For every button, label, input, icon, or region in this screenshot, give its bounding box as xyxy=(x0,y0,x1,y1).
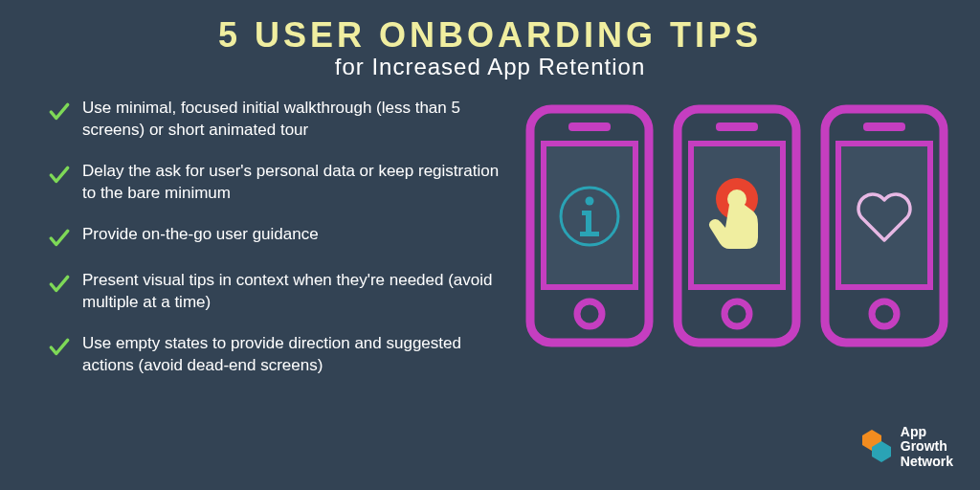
phone-touch-icon xyxy=(670,101,804,350)
header: 5 USER ONBOARDING TIPS for Increased App… xyxy=(0,0,980,80)
logo-line1: App xyxy=(901,425,953,439)
svg-rect-13 xyxy=(838,144,930,287)
check-icon xyxy=(46,226,73,251)
logo-line3: Network xyxy=(901,455,953,469)
tip-item: Present visual tips in context when they… xyxy=(46,270,513,314)
tip-item: Delay the ask for user's personal data o… xyxy=(46,161,513,205)
svg-point-3 xyxy=(577,301,602,326)
tip-text: Use empty states to provide direction an… xyxy=(82,333,513,377)
check-icon xyxy=(46,163,73,188)
content-row: Use minimal, focused initial walkthrough… xyxy=(0,80,980,396)
phones-illustration xyxy=(523,98,951,396)
svg-rect-2 xyxy=(568,122,611,131)
brand-logo: App Growth Network xyxy=(860,425,953,469)
logo-hex-icon xyxy=(860,428,893,466)
tip-text: Delay the ask for user's personal data o… xyxy=(82,161,513,205)
tips-list: Use minimal, focused initial walkthrough… xyxy=(46,98,523,396)
tip-item: Use empty states to provide direction an… xyxy=(46,333,513,377)
svg-point-15 xyxy=(872,301,897,326)
logo-line2: Growth xyxy=(901,439,953,454)
svg-rect-8 xyxy=(716,122,758,131)
logo-text: App Growth Network xyxy=(901,425,953,469)
svg-rect-14 xyxy=(863,122,905,131)
check-icon xyxy=(46,100,73,124)
page-subtitle: for Increased App Retention xyxy=(0,54,980,80)
tip-item: Use minimal, focused initial walkthrough… xyxy=(46,98,513,142)
phone-info-icon xyxy=(523,101,657,350)
page-title: 5 USER ONBOARDING TIPS xyxy=(0,15,980,56)
tip-text: Use minimal, focused initial walkthrough… xyxy=(82,98,513,142)
svg-point-5 xyxy=(586,197,594,206)
svg-point-9 xyxy=(724,301,749,326)
tip-text: Provide on-the-go user guidance xyxy=(82,224,319,246)
check-icon xyxy=(46,335,73,360)
phone-heart-icon xyxy=(817,101,951,350)
tip-text: Present visual tips in context when they… xyxy=(82,270,513,314)
check-icon xyxy=(46,272,73,297)
tip-item: Provide on-the-go user guidance xyxy=(46,224,513,251)
